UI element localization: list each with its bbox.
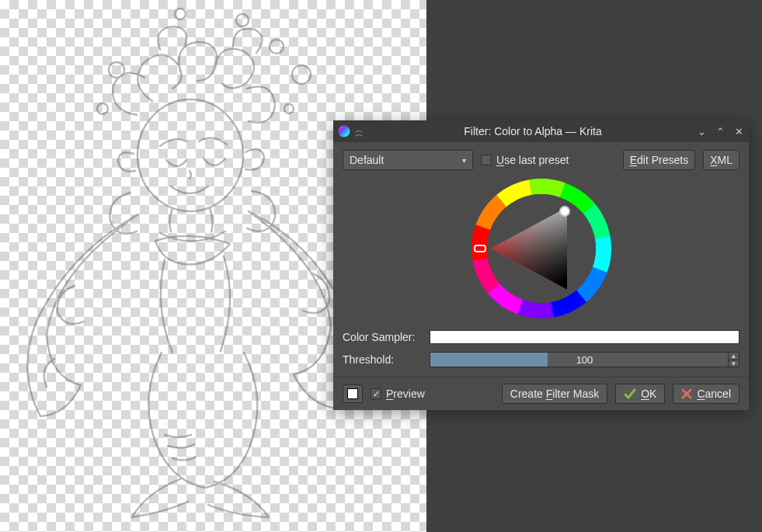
svg-point-0	[137, 99, 243, 211]
chevron-down-icon: ▾	[462, 156, 466, 165]
svg-point-4	[292, 65, 311, 84]
svg-point-2	[97, 103, 108, 114]
separator	[333, 377, 749, 377]
color-wheel[interactable]	[471, 178, 612, 319]
create-filter-mask-button[interactable]: Create Filter Mask	[502, 384, 607, 404]
preview-thumbnail-button[interactable]	[343, 384, 363, 403]
dialog-title: Filter: Color to Alpha — Krita	[370, 125, 696, 137]
xml-button[interactable]: XML	[703, 150, 739, 170]
svg-point-29	[560, 207, 569, 216]
cancel-label: Cancel	[697, 388, 731, 400]
svg-point-3	[270, 40, 284, 54]
xml-label: XML	[710, 154, 732, 166]
krita-app-icon	[338, 125, 350, 137]
dialog-body: Default ▾ Use last preset Edit Presets X…	[333, 142, 749, 410]
dialog-titlebar[interactable]: ︿︿ Filter: Color to Alpha — Krita ⌄ ⌃ ✕	[333, 120, 749, 142]
preview-thumb-icon	[347, 388, 358, 399]
ok-button[interactable]: OK	[615, 384, 665, 404]
spin-down-icon[interactable]: ▼	[728, 360, 739, 367]
preview-checkbox[interactable]: ✓ Preview	[371, 388, 425, 400]
threshold-slider[interactable]: 100 ▲ ▼	[430, 352, 739, 367]
svg-point-6	[236, 14, 249, 26]
svg-point-7	[175, 9, 186, 19]
svg-point-8	[339, 126, 350, 137]
use-last-preset-label: Use last preset	[496, 154, 569, 166]
close-icon[interactable]: ✕	[733, 126, 744, 137]
svg-point-1	[109, 62, 124, 78]
ok-label: OK	[641, 388, 656, 400]
app-stage: ︿︿ Filter: Color to Alpha — Krita ⌄ ⌃ ✕ …	[0, 0, 762, 532]
threshold-value: 100	[430, 354, 739, 366]
preview-label: Preview	[386, 388, 425, 400]
svg-point-5	[284, 104, 294, 113]
checkbox-box: ✓	[371, 388, 381, 399]
cancel-x-icon	[681, 388, 692, 399]
shade-icon[interactable]: ︿︿	[355, 126, 364, 137]
use-last-preset-checkbox[interactable]: Use last preset	[481, 154, 569, 166]
filter-dialog: ︿︿ Filter: Color to Alpha — Krita ⌄ ⌃ ✕ …	[333, 120, 749, 410]
maximize-icon[interactable]: ⌃	[715, 126, 725, 137]
create-filter-mask-label: Create Filter Mask	[510, 388, 599, 400]
checkbox-box	[481, 155, 492, 165]
edit-presets-label: Edit Presets	[630, 154, 688, 166]
minimize-icon[interactable]: ⌄	[696, 126, 707, 137]
ok-check-icon	[624, 388, 636, 399]
preset-combo-value: Default	[350, 154, 384, 166]
edit-presets-button[interactable]: Edit Presets	[623, 150, 695, 170]
preset-combo[interactable]: Default ▾	[343, 150, 473, 170]
cancel-button[interactable]: Cancel	[673, 384, 739, 404]
threshold-label: Threshold:	[343, 353, 430, 366]
spin-up-icon[interactable]: ▲	[728, 353, 739, 360]
threshold-spin[interactable]: ▲ ▼	[728, 353, 739, 367]
color-sampler-label: Color Sampler:	[343, 331, 430, 343]
color-sampler-swatch[interactable]	[430, 330, 739, 344]
